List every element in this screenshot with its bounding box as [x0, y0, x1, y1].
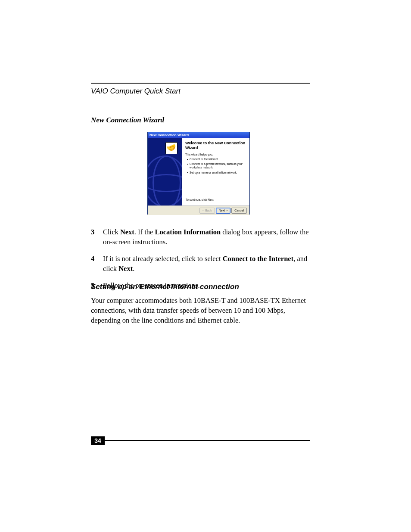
step-text: Click Next. If the Location Information …: [103, 227, 311, 247]
handshake-icon: 🤝: [165, 142, 177, 154]
wizard-dialog: New Connection Wizard 🤝 Welcome to the N…: [147, 132, 250, 215]
figure-caption: New Connection Wizard: [91, 116, 164, 124]
step-number: 3: [91, 227, 103, 247]
step-4: 4 If it is not already selected, click t…: [91, 254, 311, 274]
step-3: 3 Click Next. If the Location Informatio…: [91, 227, 311, 247]
header-rule: [91, 83, 310, 84]
footer-rule: [105, 440, 310, 441]
wizard-bullet: Connect to the Internet.: [187, 158, 246, 161]
running-header: VAIO Computer Quick Start: [91, 87, 181, 96]
section-subheading: Setting up an Ethernet Internet connecti…: [91, 283, 239, 291]
wizard-content: Welcome to the New Connection Wizard Thi…: [182, 138, 249, 205]
globe-icon: [148, 156, 182, 205]
body-paragraph: Your computer accommodates both 10BASE-T…: [91, 296, 311, 325]
wizard-bullet-list: Connect to the Internet. Connect to a pr…: [185, 158, 246, 174]
wizard-footer: < Back Next > Cancel: [148, 205, 249, 215]
step-text: If it is not already selected, click to …: [103, 254, 311, 274]
wizard-body: 🤝 Welcome to the New Connection Wizard T…: [148, 138, 249, 205]
wizard-intro: This wizard helps you:: [185, 153, 246, 156]
back-button[interactable]: < Back: [199, 208, 215, 214]
wizard-titlebar: New Connection Wizard: [148, 132, 249, 138]
wizard-continue-text: To continue, click Next.: [186, 198, 214, 201]
step-number: 4: [91, 254, 103, 274]
wizard-bullet: Connect to a private network, such as yo…: [187, 162, 246, 169]
wizard-heading: Welcome to the New Connection Wizard: [185, 141, 246, 150]
wizard-sidebar: 🤝: [148, 138, 182, 205]
manual-page: VAIO Computer Quick Start New Connection…: [0, 0, 411, 532]
next-button[interactable]: Next >: [216, 208, 230, 214]
wizard-bullet: Set up a home or small office network.: [187, 171, 246, 174]
cancel-button[interactable]: Cancel: [231, 208, 247, 214]
page-number: 34: [91, 436, 105, 445]
